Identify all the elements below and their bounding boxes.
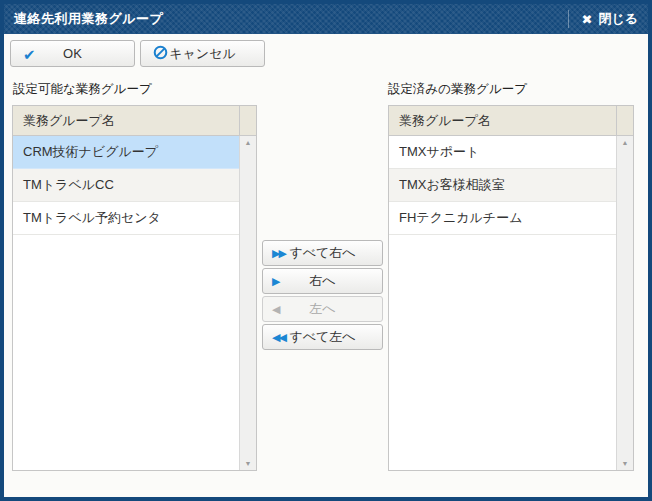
list-item[interactable]: TMXお客様相談室 bbox=[389, 169, 616, 202]
left-arrow-icon: ◀ bbox=[272, 304, 278, 315]
double-right-arrow-icon: ▶▶ bbox=[272, 248, 285, 259]
list-item[interactable]: FHテクニカルチーム bbox=[389, 202, 616, 235]
double-left-arrow-icon: ◀◀ bbox=[272, 332, 285, 343]
available-list-header: 業務グループ名 bbox=[13, 106, 256, 136]
list-item[interactable]: CRM技術ナビグループ bbox=[13, 136, 239, 169]
list-item[interactable]: TMXサポート bbox=[389, 136, 616, 169]
assigned-list-label: 設定済みの業務グループ bbox=[388, 81, 527, 98]
available-list-body: CRM技術ナビグループTMトラベルCCTMトラベル予約センタ bbox=[13, 136, 239, 470]
available-list: 業務グループ名 CRM技術ナビグループTMトラベルCCTMトラベル予約センタ ▲… bbox=[12, 105, 257, 471]
scroll-up-icon[interactable]: ▲ bbox=[622, 139, 629, 146]
column-header-group-name[interactable]: 業務グループ名 bbox=[13, 106, 239, 135]
titlebar-divider bbox=[568, 10, 569, 28]
move-left-label: 左へ bbox=[263, 297, 382, 321]
close-button[interactable]: ✖ 閉じる bbox=[568, 10, 638, 28]
assigned-list-body: TMXサポートTMXお客様相談室FHテクニカルチーム bbox=[389, 136, 616, 470]
assigned-list: 業務グループ名 TMXサポートTMXお客様相談室FHテクニカルチーム ▲ ▼ bbox=[388, 105, 634, 471]
list-item[interactable]: TMトラベル予約センタ bbox=[13, 202, 239, 235]
move-all-left-button[interactable]: ◀◀ すべて左へ bbox=[262, 324, 383, 350]
available-list-label: 設定可能な業務グループ bbox=[13, 81, 152, 98]
cancel-icon bbox=[153, 45, 168, 63]
move-all-right-button[interactable]: ▶▶ すべて右へ bbox=[262, 240, 383, 266]
check-icon: ✔ bbox=[23, 46, 36, 61]
close-button-label: 閉じる bbox=[598, 10, 638, 28]
right-arrow-icon: ▶ bbox=[272, 276, 278, 287]
scroll-down-icon[interactable]: ▼ bbox=[622, 460, 629, 467]
move-right-label: 右へ bbox=[263, 269, 382, 293]
available-scrollbar[interactable]: ▲ ▼ bbox=[239, 136, 256, 470]
dialog-titlebar: 連絡先利用業務グループ ✖ 閉じる bbox=[4, 4, 648, 34]
column-header-group-name[interactable]: 業務グループ名 bbox=[389, 106, 616, 135]
business-group-dialog: 連絡先利用業務グループ ✖ 閉じる ✔ OK キャンセル 設定可能な業務グループ… bbox=[0, 0, 652, 501]
scroll-down-icon[interactable]: ▼ bbox=[245, 460, 252, 467]
scroll-up-icon[interactable]: ▲ bbox=[245, 139, 252, 146]
header-corner-cell bbox=[616, 106, 633, 135]
assigned-list-header: 業務グループ名 bbox=[389, 106, 633, 136]
dialog-title: 連絡先利用業務グループ bbox=[14, 10, 163, 28]
move-right-button[interactable]: ▶ 右へ bbox=[262, 268, 383, 294]
transfer-button-stack: ▶▶ すべて右へ ▶ 右へ ◀ 左へ ◀◀ すべて左へ bbox=[262, 240, 383, 350]
move-left-button: ◀ 左へ bbox=[262, 296, 383, 322]
header-corner-cell bbox=[239, 106, 256, 135]
ok-button[interactable]: ✔ OK bbox=[10, 40, 135, 67]
list-item[interactable]: TMトラベルCC bbox=[13, 169, 239, 202]
close-icon: ✖ bbox=[581, 13, 592, 26]
cancel-button[interactable]: キャンセル bbox=[140, 40, 265, 67]
assigned-scrollbar[interactable]: ▲ ▼ bbox=[616, 136, 633, 470]
